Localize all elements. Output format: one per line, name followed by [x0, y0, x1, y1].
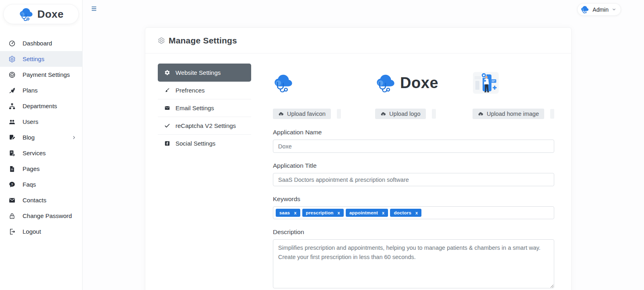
sidebar-item-blog[interactable]: Blog — [0, 130, 82, 145]
page-icon — [8, 165, 16, 173]
lock-icon — [8, 212, 16, 220]
sidebar-item-settings[interactable]: Settings — [0, 51, 82, 67]
description-textarea[interactable]: Simplifies prescription and appointments… — [273, 239, 554, 288]
cloud-stethoscope-icon — [19, 7, 34, 21]
cloud-stethoscope-icon — [273, 73, 294, 93]
favicon-upload-block: Upload favicon — [273, 64, 341, 119]
admin-label: Admin — [592, 6, 609, 13]
tab-email-settings[interactable]: Email Settings — [158, 99, 251, 117]
sidebar-item-contacts[interactable]: Contacts — [0, 192, 82, 208]
brush-icon — [164, 87, 170, 93]
brand-logo[interactable]: Doxe — [3, 4, 79, 24]
manage-settings-card: Manage Settings Website Settings Prefren… — [145, 27, 572, 290]
users-icon — [8, 118, 16, 125]
sidebar-item-change-password[interactable]: Change Password — [0, 208, 82, 224]
upload-logo-button[interactable]: Upload logo — [375, 109, 425, 119]
tab-website-settings[interactable]: Website Settings — [158, 64, 251, 82]
brand-name: Doxe — [37, 8, 64, 21]
tab-label: Social Settings — [175, 140, 215, 147]
upload-cloud-icon — [380, 111, 386, 117]
description-group: Description Simplifies prescription and … — [273, 228, 554, 290]
sidebar-item-label: Logout — [23, 228, 41, 235]
remove-tag-icon[interactable]: x — [294, 211, 296, 215]
sidebar-item-label: Plans — [23, 87, 38, 94]
application-title-input[interactable] — [273, 173, 554, 186]
application-name-input[interactable] — [273, 140, 554, 153]
upload-home-image-button[interactable]: Upload home image — [473, 109, 544, 119]
admin-avatar — [580, 5, 589, 14]
application-title-label: Application Title — [273, 162, 554, 169]
gear-icon — [164, 70, 170, 76]
remove-tag-icon[interactable]: x — [415, 211, 418, 215]
application-title-group: Application Title — [273, 162, 554, 186]
home-image-upload-block: Upload home image — [473, 64, 554, 119]
page-title: Manage Settings — [169, 36, 237, 45]
payment-gear-icon — [8, 71, 16, 78]
facebook-icon — [164, 140, 170, 146]
services-icon — [8, 150, 16, 157]
upload-cloud-icon — [478, 111, 483, 117]
tab-recaptcha-settings[interactable]: reCaptcha V2 Settings — [158, 117, 251, 135]
remove-tag-icon[interactable]: x — [382, 211, 384, 215]
speedometer-icon — [8, 40, 16, 47]
sidebar-item-label: Change Password — [23, 212, 72, 219]
sidebar-item-label: Users — [23, 118, 38, 125]
envelope-icon — [164, 105, 170, 111]
cloud-stethoscope-icon — [375, 73, 396, 93]
hamburger-menu-icon[interactable] — [89, 5, 98, 14]
sidebar-item-payment-settings[interactable]: Payment Settings — [0, 67, 82, 82]
logo-upload-block: Doxe Upload logo — [375, 64, 438, 119]
sidebar-item-services[interactable]: Services — [0, 145, 82, 161]
sitemap-icon — [8, 103, 16, 110]
favicon-file-input-stub[interactable] — [337, 109, 341, 119]
tab-prefrences[interactable]: Prefrences — [158, 82, 251, 99]
sidebar-item-label: Payment Settings — [23, 71, 70, 78]
description-label: Description — [273, 228, 554, 236]
sidebar-item-label: Pages — [23, 165, 40, 172]
tab-label: Website Settings — [175, 69, 221, 76]
keyword-tag: prescription x — [302, 209, 344, 217]
tab-label: Prefrences — [175, 87, 205, 94]
admin-dropdown[interactable]: Admin — [577, 3, 621, 16]
sidebar-item-label: Services — [23, 150, 46, 156]
envelope-icon — [8, 197, 16, 204]
sidebar-item-label: Faqs — [23, 181, 36, 188]
website-settings-form: Upload favicon Doxe — [273, 64, 554, 290]
settings-tabs: Website Settings Prefrences Email Settin… — [158, 64, 251, 290]
logo-preview-image: Doxe — [375, 64, 438, 102]
sidebar-item-logout[interactable]: Logout — [0, 224, 82, 239]
doctor-illustration-image — [473, 70, 499, 95]
upload-cloud-icon — [278, 111, 284, 117]
sidebar-item-dashboard[interactable]: Dashboard — [0, 35, 82, 51]
card-header: Manage Settings — [145, 28, 571, 53]
tab-label: Email Settings — [175, 105, 214, 111]
keyword-tag: saas x — [276, 209, 300, 217]
sidebar-item-label: Blog — [23, 134, 35, 141]
gear-icon — [8, 56, 16, 63]
upload-favicon-button[interactable]: Upload favicon — [273, 109, 331, 119]
sidebar-item-users[interactable]: Users — [0, 114, 82, 130]
gear-outline-icon — [158, 37, 165, 44]
content-area: Admin Manage Settings Website Settings P… — [83, 0, 644, 290]
sidebar-item-label: Contacts — [23, 197, 46, 204]
logo-file-input-stub[interactable] — [432, 109, 436, 119]
uploads-row: Upload favicon Doxe — [273, 64, 554, 119]
application-name-label: Application Name — [273, 129, 554, 136]
logout-icon — [8, 228, 16, 235]
sidebar-item-label: Dashboard — [23, 40, 52, 47]
rocket-icon — [8, 87, 16, 94]
sidebar-item-faqs[interactable]: Faqs — [0, 177, 82, 192]
sidebar-item-pages[interactable]: Pages — [0, 161, 82, 177]
home-image-file-input-stub[interactable] — [550, 109, 554, 119]
remove-tag-icon[interactable]: x — [338, 211, 340, 215]
sidebar-item-departments[interactable]: Departments — [0, 98, 82, 114]
sidebar: Doxe Dashboard Settings Payment Settings… — [0, 0, 83, 290]
tab-social-settings[interactable]: Social Settings — [158, 135, 251, 152]
sidebar-item-label: Settings — [23, 56, 44, 62]
keywords-input[interactable]: saas x prescription x appointment x do — [273, 206, 554, 219]
sidebar-item-label: Departments — [23, 103, 57, 109]
keywords-group: Keywords saas x prescription x appointme… — [273, 195, 554, 219]
logo-preview-text: Doxe — [400, 74, 438, 92]
sidebar-item-plans[interactable]: Plans — [0, 82, 82, 98]
chevron-right-icon — [72, 135, 76, 140]
